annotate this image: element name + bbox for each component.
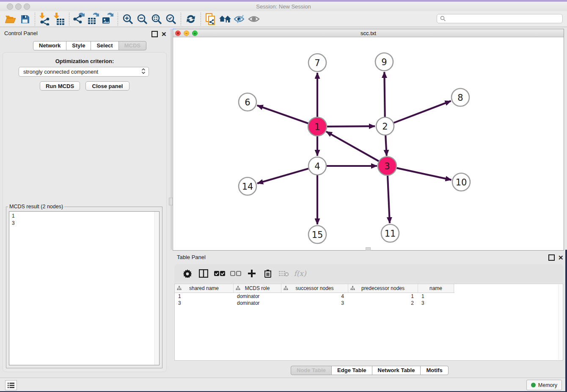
tab-node-table[interactable]: Node Table	[291, 366, 332, 375]
select-all-checkboxes-icon[interactable]	[212, 266, 228, 281]
network-window-titlebar: ✕ − ＋ scc.txt	[173, 29, 564, 37]
mcds-result-text[interactable]: 1 3	[9, 211, 160, 365]
graph-node-label-14: 14	[242, 182, 253, 192]
memory-button[interactable]: Memory	[526, 380, 562, 390]
control-panel-close-icon[interactable]: ✕	[161, 32, 167, 36]
graph-node-label-4: 4	[314, 161, 320, 171]
attribute-icon	[350, 286, 355, 290]
cell-name: 1	[418, 293, 454, 299]
clone-network-icon[interactable]	[204, 12, 218, 26]
zoom-in-icon[interactable]	[121, 12, 135, 26]
node-table: shared name MCDS role successor nodes pr…	[174, 284, 563, 361]
show-hidden-icon[interactable]	[247, 12, 261, 26]
graph-node-label-3: 3	[384, 161, 390, 171]
delete-column-icon[interactable]	[260, 266, 276, 281]
cell-shared-name: 1	[175, 293, 234, 299]
search-input[interactable]	[448, 15, 562, 22]
graph-edge-1-2[interactable]	[327, 126, 375, 127]
zoom-fit-icon[interactable]	[149, 12, 164, 26]
mcds-result-scrollbar[interactable]	[154, 212, 159, 365]
import-table-icon[interactable]	[52, 12, 66, 26]
export-network-icon[interactable]	[72, 12, 86, 26]
zoom-out-icon[interactable]	[135, 12, 149, 26]
deselect-all-checkboxes-icon[interactable]	[228, 266, 244, 281]
close-panel-button[interactable]: Close panel	[85, 81, 129, 91]
table-panel-float-icon[interactable]	[548, 254, 555, 261]
column-header-shared-name[interactable]: shared name	[175, 284, 234, 293]
tab-style[interactable]: Style	[66, 41, 91, 50]
graph-edge-2-8[interactable]	[394, 101, 451, 123]
desktop-edge-strip	[565, 250, 567, 392]
column-header-name[interactable]: name	[418, 284, 454, 293]
function-builder-icon[interactable]: f(x)	[292, 266, 308, 281]
memory-status-icon	[531, 383, 536, 387]
chevron-up-down-icon	[141, 68, 146, 76]
task-history-button[interactable]	[5, 380, 17, 390]
graph-node-label-11: 11	[385, 229, 396, 239]
graph-node-label-8: 8	[457, 93, 463, 103]
split-panel-icon[interactable]	[195, 266, 212, 281]
attribute-icon	[284, 286, 288, 290]
table-toolbar: f(x)	[174, 264, 563, 283]
run-mcds-button[interactable]: Run MCDS	[40, 81, 80, 91]
graph-edge-3-1[interactable]	[326, 132, 379, 161]
search-field[interactable]	[437, 14, 563, 23]
graph-edge-3-10[interactable]	[396, 168, 451, 180]
graph-edge-1-6[interactable]	[257, 105, 309, 124]
tab-select[interactable]: Select	[91, 41, 118, 50]
hide-selected-icon[interactable]	[232, 12, 247, 26]
network-view-window: ✕ − ＋ scc.txt 7968124314101511	[173, 29, 564, 251]
save-session-icon[interactable]	[18, 12, 32, 26]
column-header-successor-nodes[interactable]: successor nodes	[281, 284, 348, 293]
column-header-mcds-role[interactable]: MCDS role	[234, 284, 281, 293]
table-settings-gear-icon[interactable]	[179, 266, 195, 281]
graph-node-label-15: 15	[312, 230, 323, 240]
cell-predecessor-nodes: 2	[348, 300, 418, 306]
open-session-icon[interactable]	[3, 12, 18, 26]
graph-node-label-2: 2	[382, 121, 388, 132]
refresh-view-icon[interactable]	[184, 12, 198, 26]
graph-edge-4-14[interactable]	[257, 168, 308, 183]
cell-predecessor-nodes: 1	[348, 293, 418, 299]
cell-shared-name: 3	[175, 300, 234, 306]
add-column-icon[interactable]	[244, 266, 260, 281]
graph-edge-2-3[interactable]	[385, 135, 387, 156]
delete-table-icon[interactable]	[276, 266, 292, 281]
toolbar-divider	[69, 13, 69, 25]
export-table-icon[interactable]	[86, 12, 101, 26]
table-row[interactable]: 1 dominator 4 1 1	[175, 293, 563, 300]
tab-edge-table[interactable]: Edge Table	[331, 366, 372, 375]
column-header-predecessor-nodes[interactable]: predecessor nodes	[348, 284, 418, 293]
graph-node-label-10: 10	[456, 177, 467, 188]
graph-edge-3-11[interactable]	[388, 175, 390, 223]
table-panel-close-icon[interactable]: ✕	[558, 255, 564, 260]
tab-mcds[interactable]: MCDS	[118, 41, 146, 50]
graph-edge-2-9[interactable]	[384, 72, 385, 117]
horizontal-splitter-handle[interactable]	[366, 247, 371, 251]
cell-successor-nodes: 3	[281, 300, 348, 306]
control-panel-float-icon[interactable]	[151, 31, 158, 37]
graph-node-label-1: 1	[314, 122, 320, 132]
tab-network-table[interactable]: Network Table	[372, 366, 421, 375]
tab-motifs[interactable]: Motifs	[420, 366, 448, 375]
tab-network[interactable]: Network	[33, 41, 66, 50]
memory-label: Memory	[538, 382, 557, 388]
criterion-dropdown[interactable]: strongly connected component	[19, 67, 149, 77]
control-panel-title: Control Panel	[4, 30, 38, 36]
import-network-icon[interactable]	[38, 12, 52, 26]
network-graph: 7968124314101511	[173, 37, 564, 251]
table-panel-title: Table Panel	[177, 254, 206, 260]
attribute-icon	[177, 286, 182, 290]
table-row[interactable]: 3 dominator 3 2 3	[175, 300, 563, 306]
mcds-result-group: MCDS result (2 nodes) 1 3	[6, 207, 162, 368]
cell-successor-nodes: 4	[281, 293, 348, 299]
graph-node-label-6: 6	[245, 97, 250, 108]
cell-name: 3	[418, 300, 454, 306]
table-header-row: shared name MCDS role successor nodes pr…	[175, 284, 454, 293]
table-scrollbar[interactable]	[558, 284, 562, 360]
zoom-selected-icon[interactable]	[164, 12, 178, 26]
toolbar-divider	[181, 13, 181, 25]
export-image-icon[interactable]	[101, 12, 115, 26]
network-canvas[interactable]: 7968124314101511	[173, 37, 564, 250]
show-all-nodes-icon[interactable]	[218, 12, 232, 26]
